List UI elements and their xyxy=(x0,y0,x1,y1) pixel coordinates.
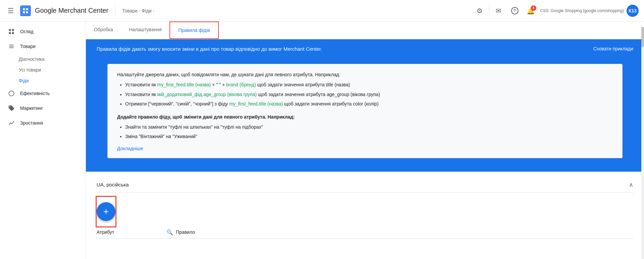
add-rule-item-2: Зміна "Вінтажний" на "Уживаний" xyxy=(125,133,613,140)
sidebar-item-performance[interactable]: Ефективність xyxy=(0,86,86,101)
scrollbar-track[interactable] xyxy=(641,27,644,259)
section-header: UA, російська ∧ xyxy=(97,177,633,193)
top-navigation: ☰ Google Merchant Center Товари › Фіди ›… xyxy=(0,0,644,21)
settings-button[interactable]: ⚙ xyxy=(473,4,486,17)
sidebar-item-feeds[interactable]: Фіди xyxy=(0,75,86,86)
sidebar-label-feeds: Фіди xyxy=(19,78,29,83)
sidebar-label-performance: Ефективність xyxy=(20,91,50,96)
sidebar: Огляд Товари Діагностика Усі товари Фіди… xyxy=(0,21,86,259)
col-attr-header: Атрибут xyxy=(97,229,164,235)
breadcrumb: Товари › Фіди › xyxy=(122,8,154,13)
breadcrumb-sep-1: › xyxy=(139,8,140,13)
svg-rect-6 xyxy=(9,32,11,34)
sidebar-label-overview: Огляд xyxy=(20,29,34,34)
link-brand[interactable]: brand (бренд) xyxy=(226,82,256,87)
nav-left: ☰ Google Merchant Center Товари › Фіди › xyxy=(5,5,154,16)
settings-icon: ⚙ xyxy=(477,7,483,15)
account-avatar[interactable]: К13 xyxy=(627,5,639,17)
mail-icon: ✉ xyxy=(496,7,501,15)
products-icon xyxy=(8,43,15,50)
marketing-icon xyxy=(8,105,15,112)
breadcrumb-feeds[interactable]: Фіди xyxy=(142,8,152,13)
notifications-button[interactable]: 🔔 4 xyxy=(524,4,538,17)
col-rule-header: 🔍 Правило xyxy=(166,229,633,235)
link-additional-feed-age-group[interactable]: мій_додатковий_фід.age_group (вікова гру… xyxy=(157,92,257,97)
hamburger-icon: ☰ xyxy=(8,7,14,15)
app-logo xyxy=(20,5,31,16)
sidebar-item-all-products[interactable]: Усі товари xyxy=(0,64,86,75)
link-my-first-feed-title[interactable]: my_first_feed.title (назва) xyxy=(157,82,211,87)
tab-feed-rules[interactable]: Правила фідів xyxy=(169,21,218,39)
tab-processing-label: Обробка xyxy=(94,27,113,32)
collapse-icon[interactable]: ∧ xyxy=(629,181,633,188)
growth-icon xyxy=(8,120,15,126)
table-header: Атрибут 🔍 Правило xyxy=(97,226,633,239)
svg-point-8 xyxy=(9,91,14,96)
add-rule-item-1: Знайти та замінити "туфлі на шпильках" н… xyxy=(125,123,613,131)
tab-settings[interactable]: Налаштування xyxy=(121,21,170,39)
help-button[interactable]: ? xyxy=(508,4,522,17)
tab-processing[interactable]: Обробка xyxy=(86,21,121,39)
svg-rect-7 xyxy=(12,32,14,34)
svg-rect-0 xyxy=(23,8,25,10)
sidebar-item-diagnostics[interactable]: Діагностика xyxy=(0,54,86,64)
breadcrumb-products[interactable]: Товари xyxy=(122,8,138,13)
scrollbar-thumb[interactable] xyxy=(641,27,644,47)
app-title: Google Merchant Center xyxy=(35,7,108,14)
add-rule-icon: + xyxy=(103,207,109,216)
mail-button[interactable]: ✉ xyxy=(492,4,505,17)
example-box-wrapper: Налаштуйте джерела даних, щоб повідомлят… xyxy=(86,58,644,172)
section-title: UA, російська xyxy=(97,182,129,187)
hamburger-menu[interactable]: ☰ xyxy=(5,5,16,16)
performance-icon xyxy=(8,90,15,97)
sidebar-item-overview[interactable]: Огляд xyxy=(0,24,86,39)
add-rule-button-container: + xyxy=(97,197,115,226)
example-item-2: Установити як мій_додатковий_фід.age_gro… xyxy=(125,91,613,98)
svg-rect-3 xyxy=(26,11,28,13)
sidebar-item-products[interactable]: Товари xyxy=(0,39,86,54)
tabs-bar: Обробка Налаштування Правила фідів xyxy=(86,21,644,39)
svg-rect-1 xyxy=(26,8,28,10)
sidebar-label-diagnostics: Діагностика xyxy=(19,56,44,62)
add-rule-intro: Додайте правило фіду, щоб змінити дані д… xyxy=(117,113,613,121)
feed-section: UA, російська ∧ + Атрибут 🔍 Правило xyxy=(86,172,644,244)
sidebar-item-growth[interactable]: Зростання xyxy=(0,116,86,130)
example-item-1: Установити як my_first_feed.title (назва… xyxy=(125,81,613,88)
sidebar-label-all-products: Усі товари xyxy=(19,67,41,73)
add-rule-list: Знайти та замінити "туфлі на шпильках" н… xyxy=(125,123,613,140)
svg-rect-4 xyxy=(9,29,11,31)
example-item-3: Отримати ["червоний", "синій", "чорний"]… xyxy=(125,100,613,107)
example-intro: Налаштуйте джерела даних, щоб повідомлят… xyxy=(117,71,613,78)
add-rule-button[interactable]: + xyxy=(97,202,115,221)
overview-icon xyxy=(8,28,15,35)
sidebar-label-marketing: Маркетинг xyxy=(20,105,43,111)
nav-right: ⚙ ✉ ? 🔔 4 CSS: Google Shopping (google.c… xyxy=(473,4,639,17)
banner-text: Правила фідів дають змогу вносити зміни … xyxy=(97,46,585,52)
sidebar-label-growth: Зростання xyxy=(20,120,43,126)
breadcrumb-sep-2: › xyxy=(153,8,154,13)
example-box: Налаштуйте джерела даних, щоб повідомлят… xyxy=(107,64,623,158)
account-subtitle: CSS: Google Shopping (google.com/shoppin… xyxy=(540,8,624,13)
search-icon: 🔍 xyxy=(166,229,173,235)
help-icon: ? xyxy=(511,7,518,14)
svg-rect-5 xyxy=(12,29,14,31)
sidebar-label-products: Товари xyxy=(20,44,36,49)
main-content: Обробка Налаштування Правила фідів Прави… xyxy=(86,21,644,259)
hide-examples-button[interactable]: Сховати приклади xyxy=(593,46,633,51)
nav-divider xyxy=(115,5,115,16)
info-banner: Правила фідів дають змогу вносити зміни … xyxy=(86,39,644,58)
tab-feed-rules-label: Правила фідів xyxy=(178,28,210,33)
more-link[interactable]: Докладніше xyxy=(117,146,143,151)
notifications-badge: 4 xyxy=(531,5,536,11)
svg-rect-2 xyxy=(23,11,25,13)
nav-right-divider xyxy=(489,5,489,16)
account-info-container: CSS: Google Shopping (google.com/shoppin… xyxy=(540,8,624,13)
example-list-1: Установити як my_first_feed.title (назва… xyxy=(125,81,613,107)
sidebar-item-marketing[interactable]: Маркетинг xyxy=(0,101,86,116)
main-layout: Огляд Товари Діагностика Усі товари Фіди… xyxy=(0,21,644,259)
tab-settings-label: Налаштування xyxy=(129,27,162,32)
more-link-container: Докладніше xyxy=(117,146,613,151)
link-my-first-feed-color[interactable]: my_first_feed.title (назва) xyxy=(229,101,283,106)
